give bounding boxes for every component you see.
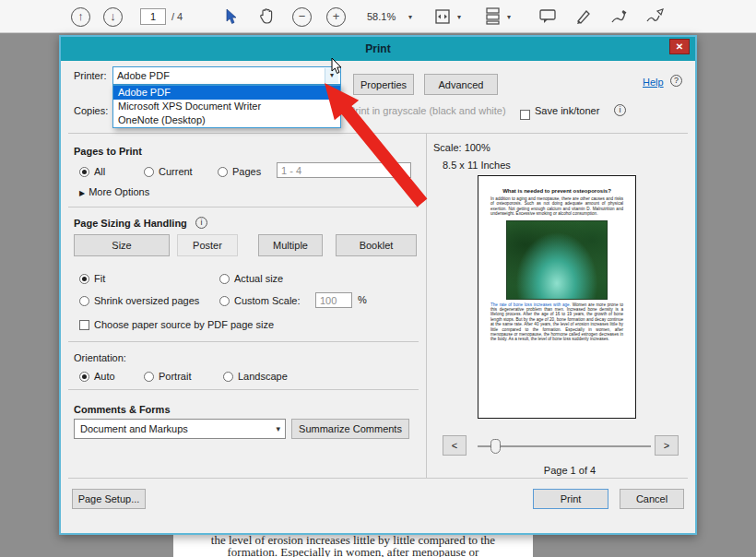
background-doc-line2: formation. Especially in women, after me… [173, 547, 533, 557]
preview-next-button[interactable]: > [655, 435, 679, 456]
page-range-input[interactable] [277, 162, 411, 178]
fit-width-icon[interactable] [433, 8, 454, 25]
preview-doc-title: What is needed to prevent osteoporosis? [495, 188, 619, 194]
printer-dropdown-list: Adobe PDF Microsoft XPS Document Writer … [112, 85, 341, 128]
scroll-mode-icon[interactable] [483, 7, 503, 25]
preview-doc-para1: In addition to aging and menopause, ther… [490, 196, 623, 217]
printer-option-adobe-pdf[interactable]: Adobe PDF [113, 86, 340, 100]
radio-fit-label: Fit [94, 273, 105, 284]
zoom-in-icon[interactable]: + [326, 7, 346, 27]
radio-fit[interactable]: Fit [79, 269, 105, 288]
radio-current-label: Current [159, 166, 193, 177]
sign-icon[interactable] [645, 8, 666, 25]
dialog-titlebar[interactable]: Print [61, 37, 695, 61]
booklet-button[interactable]: Booklet [336, 234, 417, 256]
comments-forms-value: Document and Markups [80, 423, 188, 434]
percent-label: % [358, 290, 367, 309]
custom-scale-input[interactable] [315, 292, 352, 308]
page-sizing-heading: Page Sizing & Handling [74, 214, 187, 232]
divider [68, 389, 419, 390]
draw-icon[interactable] [609, 8, 628, 25]
pdf-viewer-toolbar: ↑ ↓ / 4 − + 58.1% ▾ ▾ ▾ [0, 0, 756, 33]
comments-forms-select[interactable]: Document and Markups ▾ [74, 419, 286, 439]
preview-prev-button[interactable]: < [443, 435, 467, 456]
copies-label: Copies: [74, 101, 108, 120]
grayscale-checkbox-label: Print in grayscale (black and white) [348, 101, 506, 120]
radio-custom-scale[interactable]: Custom Scale: [219, 291, 301, 310]
radio-all[interactable]: All [79, 162, 105, 181]
previous-page-icon[interactable]: ↑ [71, 7, 90, 27]
printer-label: Printer: [74, 66, 106, 85]
save-ink-checkbox[interactable] [520, 105, 535, 122]
scroll-chevron-down-icon[interactable]: ▾ [507, 13, 511, 21]
comments-forms-heading: Comments & Forms [74, 400, 171, 419]
paper-source-label: Choose paper source by PDF page size [94, 319, 274, 330]
preview-page-slider[interactable] [478, 445, 651, 447]
printer-option-onenote[interactable]: OneNote (Desktop) [113, 113, 340, 127]
background-document-page: the level of erosion increases little by… [173, 535, 533, 557]
printer-selected-value: Adobe PDF [117, 70, 170, 81]
radio-landscape[interactable]: Landscape [223, 367, 288, 385]
poster-button[interactable]: Poster [177, 234, 238, 256]
radio-actual-label: Actual size [234, 273, 283, 284]
close-button[interactable]: ✕ [669, 39, 690, 54]
save-ink-label: Save ink/toner [535, 101, 599, 120]
size-button[interactable]: Size [74, 234, 170, 256]
paper-size-text: 8.5 x 11 Inches [443, 156, 511, 174]
radio-actual-size[interactable]: Actual size [219, 269, 283, 288]
printer-chevron-down-icon[interactable]: ▾ [325, 68, 338, 83]
radio-landscape-label: Landscape [238, 371, 288, 382]
zoom-out-icon[interactable]: − [292, 7, 312, 27]
page-setup-button[interactable]: Page Setup... [72, 489, 146, 509]
divider [426, 133, 427, 478]
print-dialog: Print ✕ Printer: Adobe PDF ▾ Properties … [59, 35, 697, 535]
preview-doc-image [506, 220, 608, 300]
preview-doc-para2-lead: The rate of bone loss increases with age… [490, 302, 571, 307]
printer-combobox[interactable]: Adobe PDF ▾ [112, 66, 341, 85]
pages-to-print-heading: Pages to Print [74, 142, 142, 160]
radio-auto-label: Auto [94, 371, 115, 382]
preview-doc-para2: The rate of bone loss increases with age… [490, 302, 623, 342]
radio-portrait[interactable]: Portrait [144, 367, 191, 385]
scale-text: Scale: 100% [433, 138, 490, 157]
properties-button[interactable]: Properties [353, 74, 414, 95]
multiple-button[interactable]: Multiple [258, 234, 323, 256]
next-page-icon[interactable]: ↓ [103, 7, 123, 27]
radio-current[interactable]: Current [144, 162, 193, 181]
help-link[interactable]: Help [643, 77, 664, 88]
select-tool-icon[interactable] [224, 8, 239, 25]
radio-auto[interactable]: Auto [79, 367, 115, 385]
radio-pages-label: Pages [232, 166, 261, 177]
summarize-comments-button[interactable]: Summarize Comments [291, 419, 409, 439]
page-count-label: / 4 [171, 7, 183, 26]
radio-portrait-label: Portrait [159, 371, 191, 382]
printer-option-xps[interactable]: Microsoft XPS Document Writer [113, 100, 340, 113]
advanced-button[interactable]: Advanced [424, 74, 498, 95]
zoom-chevron-down-icon[interactable]: ▾ [408, 13, 412, 21]
divider [68, 478, 688, 479]
radio-pages[interactable]: Pages [218, 162, 261, 181]
orientation-heading: Orientation: [74, 349, 126, 367]
zoom-level[interactable]: 58.1% [367, 7, 396, 26]
more-options-label: More Options [89, 186, 149, 197]
divider [68, 133, 688, 134]
paper-source-checkbox[interactable]: Choose paper source by PDF page size [79, 315, 274, 334]
comment-icon[interactable] [538, 8, 557, 25]
preview-slider-thumb[interactable] [490, 439, 501, 454]
preview-page-info: Page 1 of 4 [478, 461, 662, 480]
cancel-button[interactable]: Cancel [620, 489, 684, 509]
page-sizing-info-icon[interactable]: i [195, 217, 207, 229]
save-ink-info-icon[interactable]: i [614, 104, 626, 116]
radio-shrink[interactable]: Shrink oversized pages [79, 291, 199, 310]
page-number-input[interactable] [140, 8, 166, 25]
hand-tool-icon[interactable] [258, 7, 275, 25]
divider [68, 341, 419, 342]
help-icon[interactable]: ? [670, 75, 682, 87]
radio-all-label: All [94, 166, 105, 177]
comments-chevron-down-icon: ▾ [276, 420, 280, 438]
fit-chevron-down-icon[interactable]: ▾ [457, 13, 461, 21]
triangle-right-icon: ▶ [79, 189, 85, 197]
highlight-icon[interactable] [574, 8, 593, 25]
more-options-toggle[interactable]: ▶More Options [79, 183, 149, 203]
print-button[interactable]: Print [533, 489, 608, 509]
